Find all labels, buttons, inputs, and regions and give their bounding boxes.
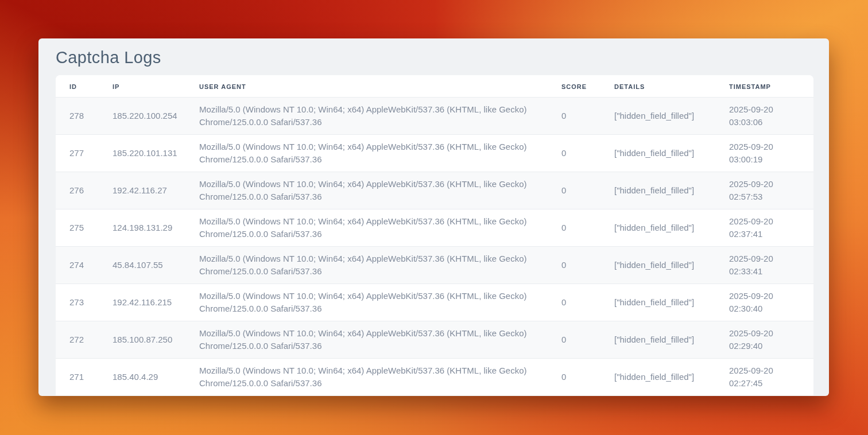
cell-user_agent: Mozilla/5.0 (Windows NT 10.0; Win64; x64…: [185, 98, 548, 135]
cell-details: ["hidden_field_filled"]: [600, 321, 715, 359]
table-row: 276192.42.116.27Mozilla/5.0 (Windows NT …: [56, 172, 813, 209]
cell-ip: 185.220.101.131: [99, 135, 185, 172]
cell-user_agent: Mozilla/5.0 (Windows NT 10.0; Win64; x64…: [185, 172, 548, 209]
cell-ip: 192.42.116.27: [99, 172, 185, 209]
column-header-user_agent: USER AGENT: [185, 75, 548, 98]
column-header-ip: IP: [99, 75, 185, 98]
column-header-score: SCORE: [548, 75, 600, 98]
cell-id: 278: [56, 98, 99, 135]
cell-id: 276: [56, 172, 99, 209]
cell-user_agent: Mozilla/5.0 (Windows NT 10.0; Win64; x64…: [185, 247, 548, 284]
cell-timestamp: 2025-09-20 02:29:40: [715, 321, 813, 359]
captcha-logs-table-container: IDIPUSER AGENTSCOREDETAILSTIMESTAMP 2781…: [56, 75, 813, 395]
table-row: 27445.84.107.55Mozilla/5.0 (Windows NT 1…: [56, 247, 813, 284]
cell-score: 0: [548, 209, 600, 247]
cell-details: ["hidden_field_filled"]: [600, 209, 715, 247]
table-row: 278185.220.100.254Mozilla/5.0 (Windows N…: [56, 98, 813, 135]
cell-id: 273: [56, 284, 99, 321]
table-row: 273192.42.116.215Mozilla/5.0 (Windows NT…: [56, 284, 813, 321]
cell-timestamp: 2025-09-20 02:37:41: [715, 209, 813, 247]
cell-score: 0: [548, 359, 600, 396]
table-row: 277185.220.101.131Mozilla/5.0 (Windows N…: [56, 135, 813, 172]
cell-score: 0: [548, 247, 600, 284]
cell-details: ["hidden_field_filled"]: [600, 172, 715, 209]
cell-details: ["hidden_field_filled"]: [600, 284, 715, 321]
cell-timestamp: 2025-09-20 02:57:53: [715, 172, 813, 209]
table-header-row: IDIPUSER AGENTSCOREDETAILSTIMESTAMP: [56, 75, 813, 98]
column-header-id: ID: [56, 75, 99, 98]
cell-user_agent: Mozilla/5.0 (Windows NT 10.0; Win64; x64…: [185, 359, 548, 396]
cell-score: 0: [548, 321, 600, 359]
cell-user_agent: Mozilla/5.0 (Windows NT 10.0; Win64; x64…: [185, 209, 548, 247]
column-header-details: DETAILS: [600, 75, 715, 98]
table-body: 278185.220.100.254Mozilla/5.0 (Windows N…: [56, 98, 813, 396]
cell-id: 271: [56, 359, 99, 396]
cell-ip: 124.198.131.29: [99, 209, 185, 247]
cell-id: 277: [56, 135, 99, 172]
cell-id: 274: [56, 247, 99, 284]
cell-timestamp: 2025-09-20 02:30:40: [715, 284, 813, 321]
cell-ip: 45.84.107.55: [99, 247, 185, 284]
table-row: 271185.40.4.29Mozilla/5.0 (Windows NT 10…: [56, 359, 813, 396]
cell-details: ["hidden_field_filled"]: [600, 247, 715, 284]
cell-details: ["hidden_field_filled"]: [600, 359, 715, 396]
column-header-timestamp: TIMESTAMP: [715, 75, 813, 98]
captcha-logs-table: IDIPUSER AGENTSCOREDETAILSTIMESTAMP 2781…: [56, 75, 813, 395]
cell-timestamp: 2025-09-20 02:33:41: [715, 247, 813, 284]
cell-id: 272: [56, 321, 99, 359]
cell-timestamp: 2025-09-20 03:03:06: [715, 98, 813, 135]
cell-id: 275: [56, 209, 99, 247]
cell-score: 0: [548, 135, 600, 172]
cell-score: 0: [548, 172, 600, 209]
cell-details: ["hidden_field_filled"]: [600, 98, 715, 135]
cell-ip: 192.42.116.215: [99, 284, 185, 321]
cell-user_agent: Mozilla/5.0 (Windows NT 10.0; Win64; x64…: [185, 321, 548, 359]
cell-ip: 185.100.87.250: [99, 321, 185, 359]
cell-score: 0: [548, 284, 600, 321]
cell-user_agent: Mozilla/5.0 (Windows NT 10.0; Win64; x64…: [185, 135, 548, 172]
cell-ip: 185.220.100.254: [99, 98, 185, 135]
captcha-logs-card: Captcha Logs IDIPUSER AGENTSCOREDETAILST…: [38, 38, 829, 396]
table-row: 275124.198.131.29Mozilla/5.0 (Windows NT…: [56, 209, 813, 247]
cell-user_agent: Mozilla/5.0 (Windows NT 10.0; Win64; x64…: [185, 284, 548, 321]
table-row: 272185.100.87.250Mozilla/5.0 (Windows NT…: [56, 321, 813, 359]
cell-details: ["hidden_field_filled"]: [600, 135, 715, 172]
cell-score: 0: [548, 98, 600, 135]
cell-timestamp: 2025-09-20 02:27:45: [715, 359, 813, 396]
cell-ip: 185.40.4.29: [99, 359, 185, 396]
page-title: Captcha Logs: [56, 48, 813, 68]
cell-timestamp: 2025-09-20 03:00:19: [715, 135, 813, 172]
